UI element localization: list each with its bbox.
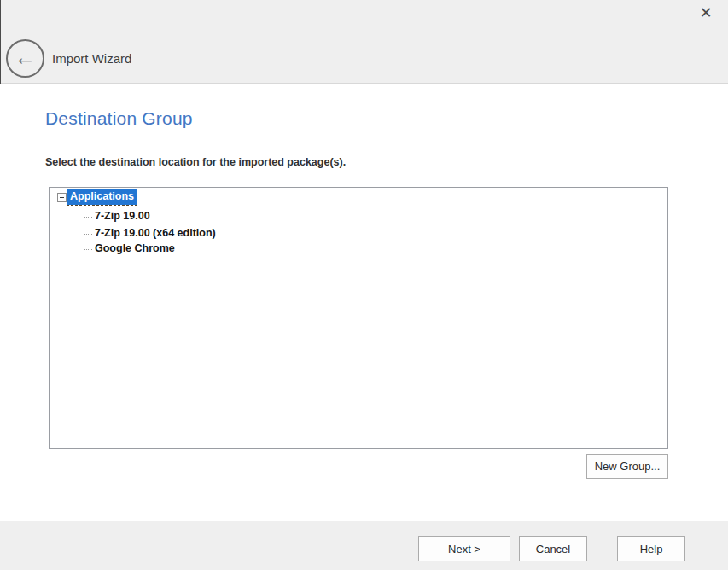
wizard-title: Import Wizard [52,51,131,66]
wizard-header: ✕ ← Import Wizard [0,0,728,84]
tree-node-7zip[interactable]: 7-Zip 19.00 [92,209,153,224]
new-group-button[interactable]: New Group... [586,454,668,479]
page-subtitle: Select the destination location for the … [45,156,346,168]
page-title: Destination Group [45,108,193,129]
destination-group-tree[interactable]: Applications 7-Zip 19.00 7-Zip 19.00 (x6… [49,187,668,449]
import-wizard-window: ✕ ← Import Wizard Destination Group Sele… [0,0,728,570]
back-button[interactable]: ← [6,39,44,78]
wizard-footer: Next > Cancel Help [0,521,728,570]
tree-connector-line [84,202,84,249]
tree-connector-stub [84,249,92,250]
next-button[interactable]: Next > [418,536,510,561]
tree-connector-stub [84,217,92,218]
tree-node-7zip-x64[interactable]: 7-Zip 19.00 (x64 edition) [92,226,218,241]
tree-collapse-icon[interactable] [57,193,67,202]
tree-connector-stub [84,234,92,235]
window-edge-divider [0,0,1,84]
tree-node-google-chrome[interactable]: Google Chrome [92,241,178,257]
cancel-button[interactable]: Cancel [519,536,587,561]
close-icon[interactable]: ✕ [695,2,717,24]
help-button[interactable]: Help [617,536,685,561]
tree-node-applications[interactable]: Applications [67,189,137,205]
minus-glyph [60,197,64,198]
back-arrow-icon: ← [15,46,37,68]
